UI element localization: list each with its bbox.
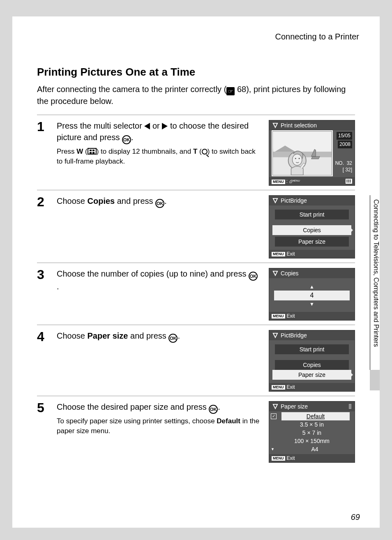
lcd1-title: Print selection <box>281 122 317 129</box>
pictbridge-icon <box>272 404 278 409</box>
ok-button-icon: OK <box>155 199 164 208</box>
lcd1-count: [ 32] <box>343 167 352 173</box>
ok-button-icon: OK <box>249 272 258 281</box>
step-number: 4 <box>37 330 51 392</box>
thumbnail-mini-icon <box>346 179 352 184</box>
step1-text: or <box>150 121 162 130</box>
menu-button-icon: MENU <box>272 385 285 390</box>
check-icon: ✓ <box>271 413 277 419</box>
menu-sub-icon: ⎙ᴹᴱᴺᵁ <box>289 179 300 184</box>
menu-button-icon: MENU <box>272 314 285 318</box>
step1-sub: ) to display 12 thumbnails, and <box>97 148 193 155</box>
lcd2-title: PictBridge <box>281 197 307 204</box>
side-tab-indicator <box>370 370 380 390</box>
intro-text: After connecting the camera to the print… <box>37 83 355 107</box>
step-4: 4 Choose Paper size and press OK. PictBr… <box>37 325 355 396</box>
menu-button-icon: MENU <box>272 180 285 184</box>
lcd5-title: Paper size <box>281 403 308 410</box>
step4-bold: Paper size <box>88 331 128 340</box>
right-arrow-icon <box>162 123 168 129</box>
lcd1-no-val: 32 <box>347 160 352 166</box>
lcd1-no-label: NO. <box>335 160 344 166</box>
header-section-title: Connecting to a Printer <box>275 32 359 42</box>
step-number: 5 <box>37 401 51 463</box>
lcd2-exit: Exit <box>287 251 295 257</box>
lcd4-title: PictBridge <box>281 332 307 339</box>
ok-button-icon: OK <box>122 135 131 144</box>
step1-text: Press the multi selector <box>57 121 144 130</box>
step5-sub: To specify paper size using printer sett… <box>57 417 217 425</box>
lcd4-item-1: Copies <box>275 360 349 370</box>
w-key-icon: W <box>76 148 83 155</box>
down-arrow-icon: ▼ <box>271 300 353 308</box>
step-number: 3 <box>37 268 51 321</box>
thumbnail-grid-icon <box>88 148 97 155</box>
menu-button-icon: MENU <box>272 252 285 256</box>
pictbridge-icon <box>272 122 278 128</box>
intro-prefix: After connecting the camera to the print… <box>37 85 226 94</box>
pictbridge-icon <box>272 332 278 338</box>
up-arrow-icon: ▲ <box>271 283 353 291</box>
t-key-icon: T <box>193 148 197 155</box>
intro-ref-page: 68 <box>237 85 246 94</box>
step4-text: and press <box>128 331 168 340</box>
svg-point-6 <box>299 158 300 159</box>
lcd2-item-0: Start print <box>275 210 349 219</box>
lcd3-title: Copies <box>281 270 299 277</box>
lcd5-item-0: Default <box>281 412 350 420</box>
step4-text: Choose <box>57 331 88 340</box>
lcd-pictbridge-papersize: PictBridge Start print Copies Paper size… <box>269 330 355 392</box>
step2-text: and press <box>115 196 155 205</box>
lcd5-item-1: 3.5 × 5 in <box>271 420 353 429</box>
photo-preview <box>272 131 332 175</box>
step1-sub: ( <box>83 148 87 155</box>
reference-icon: ☞ <box>226 87 235 95</box>
lcd5-exit: Exit <box>287 455 295 461</box>
svg-point-5 <box>295 158 296 159</box>
lcd1-date2: 2008 <box>338 141 352 148</box>
step1-sub: Press <box>57 148 76 155</box>
ok-button-icon: OK <box>209 405 218 414</box>
pictbridge-icon <box>272 270 278 276</box>
step3-text: Choose the number of copies (up to nine)… <box>57 269 249 278</box>
step5-text: Choose the desired paper size and press <box>57 402 209 411</box>
lcd3-exit: Exit <box>287 313 295 319</box>
lcd1-date1: 15/05 <box>337 132 352 140</box>
page-number: 69 <box>351 512 360 522</box>
step-5: 5 Choose the desired paper size and pres… <box>37 396 355 467</box>
lcd5-item-4: A4 <box>277 445 353 453</box>
step-number: 1 <box>37 120 51 186</box>
lcd5-item-3: 100 × 150mm <box>271 437 353 445</box>
lcd4-item-2: Paper size <box>272 370 351 380</box>
lcd-pictbridge-copies: PictBridge Start print Copies Paper size… <box>269 195 355 258</box>
step-1: 1 Press the multi selector or to choose … <box>37 115 355 190</box>
step2-text: Choose <box>57 196 88 205</box>
left-arrow-icon <box>144 123 150 129</box>
step2-bold: Copies <box>88 196 115 205</box>
page-title: Printing Pictures One at a Time <box>37 66 355 78</box>
step5-sub-bold: Default <box>217 417 240 425</box>
svg-point-4 <box>292 154 302 165</box>
lcd2-item-1: Copies <box>272 225 351 235</box>
lcd4-exit: Exit <box>287 384 295 390</box>
step1-sub: ( <box>197 148 201 155</box>
menu-button-icon: MENU <box>272 456 285 461</box>
step-2: 2 Choose Copies and press OK. PictBridge… <box>37 190 355 263</box>
lcd5-item-2: 5 × 7 in <box>271 429 353 437</box>
lcd-copies: Copies ▲ 4 ▼ MENU Exit <box>269 268 355 321</box>
lcd3-value: 4 <box>274 291 350 300</box>
step-number: 2 <box>37 195 51 258</box>
side-tab-label: Connecting to Televisions, Computers and… <box>370 195 380 384</box>
step-3: 3 Choose the number of copies (up to nin… <box>37 263 355 325</box>
magnifier-icon <box>202 149 208 155</box>
scrollbar-icon <box>349 404 351 409</box>
ok-button-icon: OK <box>168 334 178 343</box>
down-scroll-icon: ▼ <box>271 447 277 451</box>
pictbridge-icon <box>272 198 278 203</box>
lcd2-item-2: Paper size <box>275 237 349 247</box>
lcd-print-selection: Print selection <box>269 120 355 186</box>
lcd4-item-0: Start print <box>275 344 349 354</box>
lcd-paper-size-list: Paper size ✓Default 3.5 × 5 in 5 × 7 in … <box>269 401 355 463</box>
